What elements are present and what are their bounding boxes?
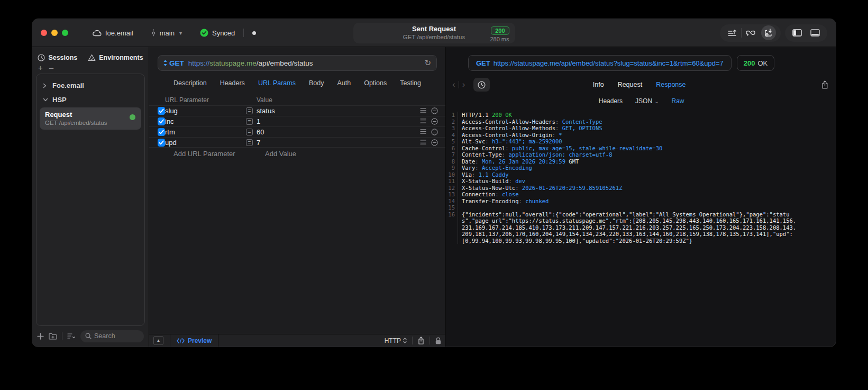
sidebar-tab-environments[interactable]: Environments (88, 54, 143, 61)
request-title: Sent Request (403, 25, 465, 33)
project-menu[interactable]: foe.email (93, 29, 133, 37)
tab-auth[interactable]: Auth (337, 79, 351, 87)
response-subtab-raw[interactable]: Raw (672, 97, 684, 105)
panel-toggles-group (785, 24, 827, 42)
import-request-icon[interactable] (761, 25, 776, 40)
response-tab-info[interactable]: Info (593, 81, 604, 88)
tree-item-hsp[interactable]: HSP (39, 93, 142, 107)
protocol-selector[interactable]: HTTP (385, 337, 407, 344)
history-clock-button[interactable] (473, 78, 490, 92)
param-checkbox[interactable] (158, 139, 165, 147)
param-value-input[interactable]: 7 (257, 139, 415, 147)
add-session-button[interactable]: + (38, 65, 43, 71)
toggle-sidebar-icon[interactable] (788, 25, 806, 40)
request-url-bar[interactable]: GET https://statuspage.me/api/embed/stat… (158, 55, 437, 71)
line-content: Access-Control-Allow-Methods: GET, OPTIO… (458, 125, 602, 132)
param-menu-icon[interactable] (420, 118, 426, 125)
response-subtab-headers[interactable]: Headers (599, 97, 623, 105)
toggle-bottom-panel-icon[interactable] (806, 25, 824, 40)
line-number: 8 (448, 158, 458, 165)
param-remove-icon[interactable] (431, 118, 438, 125)
response-line: 14Transfer-Encoding: chunked (448, 198, 799, 205)
request-editor-footer: ▲ Preview HTTP (149, 334, 445, 347)
param-checkbox[interactable] (158, 128, 165, 136)
request-item-name: Request (45, 111, 136, 119)
add-parameter-placeholder[interactable]: Add URL Parameter (173, 150, 265, 158)
method-stepper-icon[interactable] (163, 60, 167, 66)
param-row: rtm=60 (149, 126, 445, 137)
response-url-box[interactable]: GET https://statuspage.me/api/embed/stat… (468, 55, 732, 71)
loop-requests-icon[interactable] (742, 25, 760, 40)
sync-status[interactable]: Synced (200, 29, 235, 37)
zoom-window-button[interactable] (62, 30, 68, 36)
response-line: 4Access-Control-Allow-Origin: * (448, 132, 799, 139)
response-tab-request[interactable]: Request (618, 81, 643, 88)
footer-divider (170, 334, 170, 347)
sent-request-capsule[interactable]: Sent Request GET /api/embed/status 200 2… (353, 23, 515, 43)
close-window-button[interactable] (41, 30, 47, 36)
preview-button[interactable]: Preview (177, 337, 212, 344)
response-line: 12X-Status-Now-Utc: 2026-01-26T20:29:59.… (448, 185, 799, 192)
tab-url-params[interactable]: URL Params (258, 79, 296, 87)
param-name-input[interactable]: rtm (165, 128, 246, 136)
line-content: Vary: Accept-Encoding (458, 165, 532, 171)
sort-filter-icon[interactable] (67, 333, 76, 339)
response-panel: GET https://statuspage.me/api/embed/stat… (446, 47, 836, 347)
params-rows: slug=statusinc=1rtm=60upd=7 (149, 105, 445, 148)
history-forward-icon[interactable]: › (459, 79, 469, 90)
sidebar-footer-divider (62, 332, 62, 340)
add-value-placeholder[interactable]: Add Value (265, 150, 296, 158)
minimize-window-button[interactable] (51, 30, 58, 36)
param-menu-icon[interactable] (420, 129, 426, 135)
response-line: 13Connection: close (448, 191, 799, 198)
param-value-input[interactable]: status (257, 107, 415, 115)
param-value-input[interactable]: 60 (257, 128, 415, 136)
tab-body[interactable]: Body (309, 79, 324, 87)
line-number: 16 (448, 211, 458, 244)
add-item-icon[interactable] (37, 333, 44, 340)
tab-testing[interactable]: Testing (400, 79, 421, 87)
param-name-input[interactable]: slug (165, 107, 246, 115)
param-name-input[interactable]: upd (165, 139, 246, 147)
search-input[interactable] (94, 332, 136, 340)
param-name-input[interactable]: inc (165, 117, 246, 125)
response-line: 1HTTP/1.1 200 OK (448, 112, 799, 119)
tab-options[interactable]: Options (364, 79, 387, 87)
line-content: Date: Mon, 26 Jan 2026 20:29:59 GMT (458, 158, 579, 165)
request-duration: 280 ms (490, 36, 509, 42)
sidebar-tab-sessions[interactable]: Sessions (38, 54, 77, 61)
line-content: Connection: close (458, 191, 518, 198)
request-list-item-selected[interactable]: Request GET /api/embed/status (40, 107, 141, 130)
param-remove-icon[interactable] (431, 107, 438, 114)
sidebar-search[interactable] (80, 330, 144, 342)
reload-icon[interactable]: ↻ (424, 58, 431, 68)
environments-icon (88, 54, 96, 61)
param-menu-icon[interactable] (420, 107, 426, 114)
tree-item-foe-email[interactable]: Foe.email (39, 78, 142, 93)
collapse-panel-button[interactable]: ▲ (153, 336, 163, 345)
param-remove-icon[interactable] (431, 139, 438, 146)
request-list-icon[interactable] (723, 25, 741, 40)
param-checkbox[interactable] (158, 107, 165, 115)
response-nav-bar: ‹ › InfoRequestResponse (449, 78, 829, 92)
branch-selector[interactable]: main ▾ (151, 29, 182, 37)
tab-description[interactable]: Description (173, 79, 207, 87)
session-indicator-dot (252, 31, 256, 35)
param-menu-icon[interactable] (420, 139, 426, 146)
sessions-tab-label: Sessions (48, 54, 77, 61)
new-folder-icon[interactable] (49, 333, 57, 340)
param-remove-icon[interactable] (431, 129, 438, 135)
history-back-icon[interactable]: ‹ (449, 79, 459, 90)
tab-headers[interactable]: Headers (220, 79, 245, 87)
url-protocol: https:// (188, 59, 210, 67)
response-line: 10Via: 1.1 Caddy (448, 171, 799, 178)
export-response-icon[interactable] (821, 80, 828, 89)
param-value-input[interactable]: 1 (257, 117, 415, 125)
response-tab-response[interactable]: Response (656, 81, 686, 88)
param-checkbox[interactable] (158, 117, 165, 125)
response-body[interactable]: 1HTTP/1.1 200 OK2Access-Control-Allow-He… (446, 112, 836, 347)
response-status-text: OK (758, 59, 768, 67)
remove-session-button[interactable]: – (49, 65, 53, 71)
response-subtab-json[interactable]: JSON⌄ (635, 97, 659, 105)
share-icon[interactable] (418, 337, 424, 344)
